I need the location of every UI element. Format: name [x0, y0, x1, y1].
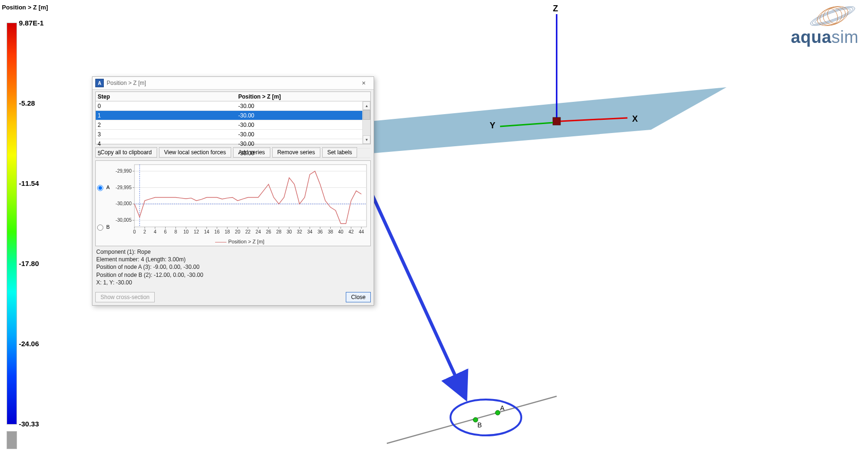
chart-panel: A B -29,990-29,995-30,000-30,00502468101… — [95, 160, 371, 246]
node-label-b: B — [477, 421, 482, 429]
svg-text:6: 6 — [164, 229, 167, 234]
element-info-block: Component (1): Rope Element number: 4 (L… — [95, 246, 371, 287]
show-cross-section-button[interactable]: Show cross-section — [95, 292, 155, 302]
logo-text-1: aqua — [791, 27, 831, 47]
table-row[interactable]: 5-30.00 — [96, 149, 370, 158]
scale-tick: -5.28 — [19, 99, 35, 107]
svg-text:22: 22 — [245, 229, 251, 234]
scale-null-block — [7, 431, 17, 449]
svg-text:8: 8 — [175, 229, 177, 234]
chart-legend: Position > Z [m] — [109, 238, 370, 245]
svg-text:0: 0 — [133, 229, 136, 234]
svg-text:42: 42 — [349, 229, 354, 234]
chart-plot[interactable]: -29,990-29,995-30,000-30,005024681012141… — [109, 161, 370, 246]
app-icon: A — [95, 79, 104, 87]
position-z-dialog[interactable]: A Position > Z [m] × Step Position > Z [… — [92, 76, 374, 306]
svg-point-15 — [473, 417, 478, 422]
svg-text:30: 30 — [286, 229, 292, 234]
table-row[interactable]: 2-30.00 — [96, 120, 370, 130]
node-label-a: A — [500, 404, 505, 412]
svg-text:4: 4 — [154, 229, 157, 234]
scale-tick: 9.87E-1 — [19, 19, 44, 27]
scroll-up-button[interactable]: ▴ — [363, 101, 370, 110]
scroll-thumb[interactable] — [363, 110, 370, 120]
legend-swatch-icon — [215, 242, 226, 242]
series-b-radio-input[interactable] — [97, 225, 103, 231]
table-row[interactable]: 0-30.00 — [96, 101, 370, 111]
svg-text:-30,005: -30,005 — [116, 217, 132, 223]
info-component: Component (1): Rope — [96, 248, 370, 256]
svg-text:2: 2 — [143, 229, 146, 234]
info-node-b: Position of node B (2): -12.00, 0.00, -3… — [96, 271, 370, 279]
svg-point-14 — [495, 410, 500, 415]
axis-label-y: Y — [490, 121, 495, 130]
axis-label-x: X — [632, 114, 638, 124]
svg-line-13 — [387, 396, 557, 443]
svg-text:26: 26 — [266, 229, 272, 234]
logo-text-2: sim — [832, 27, 859, 47]
svg-point-0 — [809, 5, 856, 27]
svg-text:10: 10 — [184, 229, 189, 234]
scale-tick-labels: 9.87E-1-5.28-11.54-17.80-24.06-30.33 — [19, 21, 57, 426]
scale-tick: -17.80 — [19, 259, 39, 267]
svg-text:32: 32 — [297, 229, 302, 234]
svg-line-17 — [373, 196, 465, 396]
svg-point-5 — [821, 5, 844, 27]
svg-text:20: 20 — [235, 229, 241, 234]
svg-text:34: 34 — [307, 229, 313, 234]
svg-text:38: 38 — [328, 229, 334, 234]
dialog-title: Position > Z [m] — [107, 80, 146, 86]
info-xy: X: 1, Y: -30.00 — [96, 279, 370, 286]
axis-label-z: Z — [553, 4, 558, 13]
logo-mesh-icon — [807, 5, 859, 27]
table-row[interactable]: 4-30.00 — [96, 139, 370, 149]
svg-text:28: 28 — [276, 229, 282, 234]
close-button[interactable]: Close — [346, 292, 371, 302]
svg-point-1 — [811, 5, 855, 27]
app-logo: aquasim — [778, 5, 859, 47]
col-step-header[interactable]: Step — [96, 92, 236, 101]
series-b-radio[interactable]: B — [95, 223, 109, 231]
dialog-titlebar[interactable]: A Position > Z [m] × — [92, 77, 374, 90]
table-scrollbar[interactable]: ▴ ▾ — [362, 101, 370, 144]
svg-text:24: 24 — [256, 229, 261, 234]
svg-text:12: 12 — [194, 229, 200, 234]
svg-point-16 — [451, 400, 521, 435]
scale-tick: -30.33 — [19, 420, 39, 428]
svg-line-10 — [500, 123, 553, 126]
svg-text:16: 16 — [214, 229, 220, 234]
svg-text:36: 36 — [317, 229, 323, 234]
scale-tick: -11.54 — [19, 179, 39, 187]
table-row[interactable]: 1-30.00 — [96, 111, 370, 120]
scroll-down-button[interactable]: ▾ — [363, 135, 370, 144]
table-row[interactable]: 3-30.00 — [96, 130, 370, 139]
scale-gradient — [7, 23, 17, 425]
svg-text:18: 18 — [225, 229, 230, 234]
col-value-header[interactable]: Position > Z [m] — [236, 92, 370, 101]
series-a-radio[interactable]: A — [95, 183, 109, 191]
svg-text:-29,990: -29,990 — [116, 168, 132, 174]
svg-text:40: 40 — [338, 229, 344, 234]
scale-title: Position > Z [m] — [2, 4, 48, 11]
color-scale — [7, 23, 16, 457]
svg-rect-18 — [134, 165, 367, 227]
series-a-radio-input[interactable] — [97, 185, 103, 191]
svg-text:-30,000: -30,000 — [116, 201, 132, 206]
info-node-a: Position of node A (3): -9.00, 0.00, -30… — [96, 263, 370, 271]
info-element: Element number: 4 (Length: 3.00m) — [96, 256, 370, 263]
scroll-track[interactable] — [363, 110, 370, 135]
results-table[interactable]: Step Position > Z [m] 0-30.001-30.002-30… — [96, 92, 370, 158]
table-header-row: Step Position > Z [m] — [96, 92, 370, 101]
scale-tick: -24.06 — [19, 340, 39, 348]
dialog-close-button[interactable]: × — [357, 78, 371, 88]
svg-rect-8 — [553, 117, 560, 125]
svg-line-9 — [560, 118, 627, 121]
svg-text:14: 14 — [204, 229, 210, 234]
svg-text:-29,995: -29,995 — [116, 185, 132, 190]
svg-text:44: 44 — [359, 229, 365, 234]
